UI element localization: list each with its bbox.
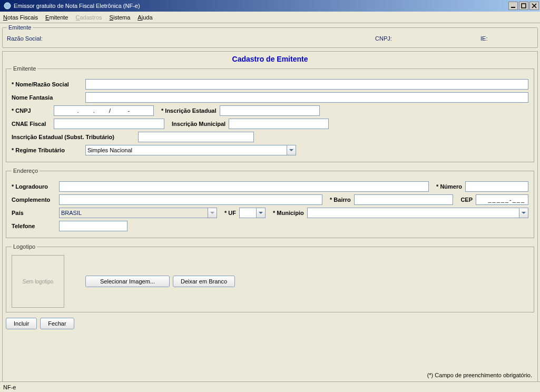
svg-rect-2 <box>522 4 526 8</box>
logo-placeholder: Sem logotipo <box>23 279 53 285</box>
pais-label: País <box>12 210 59 216</box>
page-container: Cadastro de Emitente Emitente * Nome/Raz… <box>2 51 538 383</box>
endereco-legend: Endereço <box>12 168 40 174</box>
cep-input[interactable] <box>476 194 528 205</box>
chevron-down-icon <box>287 145 296 155</box>
maximize-button[interactable] <box>519 2 528 10</box>
leave-blank-button[interactable]: Deixar em Branco <box>173 276 235 287</box>
logotipo-group: Logotipo Sem logotipo Selecionar Imagem.… <box>6 243 534 312</box>
header-razao-label: Razão Social: <box>7 35 49 42</box>
fantasia-label: Nome Fantasia <box>12 94 85 101</box>
complemento-label: Complemento <box>12 197 59 203</box>
cnae-input[interactable] <box>54 119 164 129</box>
logotipo-legend: Logotipo <box>12 243 37 250</box>
app-icon <box>3 2 12 10</box>
bairro-label: * Bairro <box>330 197 351 203</box>
minimize-button[interactable] <box>508 2 518 10</box>
uf-label: * UF <box>224 210 236 216</box>
nome-input[interactable] <box>85 79 528 90</box>
im-label: Inscrição Municipal <box>172 121 225 127</box>
menu-emitente[interactable]: Emitente <box>45 14 68 21</box>
telefone-input[interactable] <box>59 221 127 231</box>
endereco-group: Endereço * Logradouro * Número Complemen… <box>6 168 534 238</box>
pais-combo: BRASIL <box>59 208 217 218</box>
uf-combo[interactable] <box>239 208 266 218</box>
menubar: Notas Fiscais Emitente Cadastros Sistema… <box>0 12 540 23</box>
menu-sistema[interactable]: Sistema <box>110 14 131 21</box>
header-ie-label: IE: <box>480 35 491 42</box>
regime-value: Simples Nacional <box>87 147 287 153</box>
header-cnpj-label: CNPJ: <box>375 35 396 42</box>
logo-preview: Sem logotipo <box>12 255 64 308</box>
logradouro-input[interactable] <box>59 181 429 192</box>
regime-label: * Regime Tributário <box>12 147 85 153</box>
incluir-button[interactable]: Incluir <box>6 318 37 329</box>
pais-value: BRASIL <box>61 210 208 216</box>
bairro-input[interactable] <box>354 194 454 205</box>
ie-label: * Inscrição Estadual <box>161 107 217 114</box>
select-image-button[interactable]: Selecionar Imagem... <box>85 276 170 287</box>
municipio-combo[interactable] <box>307 208 528 218</box>
close-button[interactable] <box>529 2 539 10</box>
menu-cadastros: Cadastros <box>75 14 102 21</box>
header-emitente-group: Emitente Razão Social: CNPJ: IE: <box>2 24 538 48</box>
chevron-down-icon <box>519 208 528 218</box>
numero-label: * Número <box>436 183 462 190</box>
ie-st-input[interactable] <box>138 132 254 142</box>
chevron-down-icon <box>256 208 265 218</box>
complemento-input[interactable] <box>59 194 322 205</box>
statusbar: NF-e <box>0 381 540 392</box>
ie-input[interactable] <box>220 105 320 116</box>
regime-combo[interactable]: Simples Nacional <box>85 145 296 155</box>
page-title: Cadastro de Emitente <box>6 55 534 63</box>
numero-input[interactable] <box>465 181 528 192</box>
required-note: (*) Campo de preenchimento obrigatório. <box>427 372 532 378</box>
im-input[interactable] <box>229 119 329 129</box>
svg-rect-1 <box>511 7 515 8</box>
municipio-label: * Município <box>273 210 304 216</box>
header-emitente-legend: Emitente <box>7 24 33 31</box>
chevron-down-icon <box>208 208 217 218</box>
cnae-label: CNAE Fiscal <box>12 121 54 127</box>
menu-ajuda[interactable]: Ajuda <box>138 14 152 21</box>
cnpj-input[interactable] <box>54 105 154 116</box>
emitente-group: Emitente * Nome/Razão Social Nome Fantas… <box>6 65 534 162</box>
fechar-button[interactable]: Fechar <box>40 318 74 329</box>
telefone-label: Telefone <box>12 223 59 229</box>
svg-point-0 <box>4 3 11 9</box>
logradouro-label: * Logradouro <box>12 183 59 190</box>
menu-notas-fiscais[interactable]: Notas Fiscais <box>3 14 38 21</box>
statusbar-text: NF-e <box>3 384 16 390</box>
titlebar: Emissor gratuito de Nota Fiscal Eletrôni… <box>0 0 540 12</box>
window-title: Emissor gratuito de Nota Fiscal Eletrôni… <box>14 3 507 9</box>
cnpj-label: * CNPJ <box>12 107 54 114</box>
fantasia-input[interactable] <box>85 92 528 103</box>
emitente-legend: Emitente <box>12 65 37 72</box>
nome-label: * Nome/Razão Social <box>12 81 85 87</box>
ie-st-label: Inscrição Estadual (Subst. Tributário) <box>12 134 138 140</box>
cep-label: CEP <box>460 197 473 203</box>
